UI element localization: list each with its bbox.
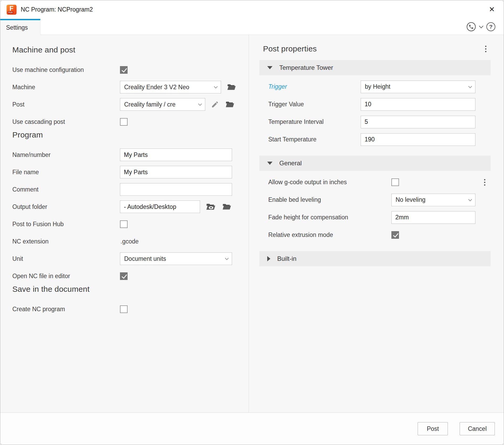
- kebab-icon: [484, 179, 485, 180]
- row-trigger: Trigger by Height: [268, 78, 475, 96]
- fade-height-input[interactable]: [391, 211, 475, 224]
- use-machine-configuration-label: Use machine configuration: [12, 66, 120, 73]
- trigger-select[interactable]: by Height: [361, 81, 475, 93]
- output-folder-input[interactable]: [120, 200, 200, 213]
- output-folder-label: Output folder: [12, 203, 120, 210]
- nc-program-dialog: F FUS NC Program: NCProgram2 ✕ Settings …: [0, 0, 504, 445]
- comment-label: Comment: [12, 186, 120, 193]
- post-select-value: Creality family / cre: [124, 101, 176, 108]
- row-output-folder: Output folder: [12, 198, 249, 215]
- post-properties-menu-button[interactable]: [483, 45, 489, 53]
- tab-settings[interactable]: Settings: [0, 19, 40, 35]
- row-post: Post Creality family / cre: [12, 96, 249, 113]
- comment-input[interactable]: [120, 183, 232, 196]
- post-browse-button[interactable]: [225, 100, 235, 109]
- output-folder-browse-button[interactable]: [222, 203, 232, 211]
- open-nc-file-checkbox[interactable]: [120, 272, 128, 280]
- expand-arrow-icon: [267, 256, 270, 261]
- row-nc-extension: NC extension .gcode: [12, 233, 249, 250]
- fusion-logo-letter: F: [9, 5, 13, 12]
- post-label: Post: [12, 101, 120, 108]
- folder-icon: [222, 203, 232, 210]
- row-enable-bed-leveling: Enable bed leveling No leveling: [268, 191, 475, 209]
- allow-gcode-inches-menu-button[interactable]: [482, 178, 487, 187]
- use-cascading-post-label: Use cascading post: [12, 118, 120, 125]
- relative-extrusion-checkbox[interactable]: [391, 231, 399, 239]
- collapse-arrow-icon: [267, 66, 272, 69]
- section-program: Program: [12, 130, 249, 139]
- name-number-label: Name/number: [12, 151, 120, 158]
- name-number-input[interactable]: [120, 149, 232, 161]
- row-create-nc-program: Create NC program: [12, 300, 249, 318]
- chevron-down-icon: [225, 256, 229, 260]
- enable-bed-leveling-value: No leveling: [396, 196, 426, 203]
- post-properties-title: Post properties: [263, 44, 317, 53]
- use-machine-configuration-checkbox[interactable]: [120, 66, 128, 74]
- group-title-general: General: [279, 160, 302, 167]
- phone-icon: [466, 22, 476, 31]
- post-to-fusion-hub-checkbox[interactable]: [120, 220, 128, 228]
- close-button[interactable]: ✕: [487, 5, 496, 14]
- dialog-footer: Post Cancel: [0, 412, 504, 445]
- chevron-down-icon: [468, 197, 472, 201]
- file-name-label: File name: [12, 169, 120, 176]
- chevron-down-icon: [479, 24, 484, 28]
- support-dropdown-button[interactable]: [479, 25, 483, 29]
- row-fade-height: Fade height for compensation: [268, 209, 475, 226]
- row-file-name: File name: [12, 163, 249, 181]
- unit-select[interactable]: Document units: [120, 252, 232, 265]
- allow-gcode-inches-label: Allow g-code output in inches: [268, 179, 391, 186]
- use-cascading-post-checkbox[interactable]: [120, 118, 128, 126]
- fusion-logo-icon: F FUS: [7, 5, 17, 15]
- open-output-folder-button[interactable]: [205, 202, 216, 211]
- create-nc-program-label: Create NC program: [12, 306, 120, 313]
- support-phone-button[interactable]: [466, 22, 476, 32]
- row-trigger-value: Trigger Value: [268, 96, 475, 113]
- temperature-interval-label: Temperature Interval: [268, 118, 361, 125]
- help-button[interactable]: ?: [486, 22, 496, 32]
- window-title: NC Program: NCProgram2: [21, 6, 93, 13]
- group-title-built-in: Built-in: [277, 255, 296, 262]
- machine-select[interactable]: Creality Ender 3 V2 Neo: [120, 81, 221, 93]
- row-machine: Machine Creality Ender 3 V2 Neo: [12, 78, 249, 96]
- group-header-built-in[interactable]: Built-in: [259, 251, 491, 266]
- nc-extension-label: NC extension: [12, 238, 120, 245]
- nc-extension-value: .gcode: [120, 238, 139, 245]
- temperature-interval-input[interactable]: [361, 116, 475, 128]
- row-unit: Unit Document units: [12, 250, 249, 267]
- folder-icon: [227, 83, 236, 91]
- machine-browse-button[interactable]: [226, 83, 237, 91]
- start-temperature-label: Start Temperature: [268, 136, 361, 143]
- row-temperature-interval: Temperature Interval: [268, 113, 475, 131]
- row-comment: Comment: [12, 181, 249, 198]
- tab-bar: Settings ?: [0, 19, 504, 35]
- cancel-button[interactable]: Cancel: [460, 422, 495, 435]
- start-temperature-input[interactable]: [361, 133, 475, 146]
- chevron-down-icon: [468, 84, 472, 88]
- group-body-general: Allow g-code output in inches Enable bed…: [259, 171, 491, 248]
- trigger-select-value: by Height: [365, 83, 390, 90]
- group-header-temperature-tower[interactable]: Temperature Tower: [259, 60, 491, 75]
- section-save-in-document: Save in the document: [12, 285, 249, 294]
- chevron-down-icon: [214, 85, 218, 88]
- folder-eye-icon: [206, 203, 216, 211]
- unit-label: Unit: [12, 255, 120, 262]
- create-nc-program-checkbox[interactable]: [120, 305, 128, 313]
- post-edit-button[interactable]: [211, 100, 219, 109]
- trigger-value-label: Trigger Value: [268, 101, 361, 108]
- enable-bed-leveling-select[interactable]: No leveling: [391, 194, 475, 206]
- kebab-icon: [485, 46, 486, 47]
- post-properties-panel: Post properties Temperature Tower Trigge…: [249, 35, 504, 412]
- open-nc-file-label: Open NC file in editor: [12, 273, 120, 280]
- post-select[interactable]: Creality family / cre: [120, 98, 205, 111]
- post-properties-header: Post properties: [263, 44, 489, 53]
- section-machine-and-post: Machine and post: [12, 45, 249, 54]
- post-button[interactable]: Post: [418, 422, 448, 435]
- allow-gcode-inches-checkbox[interactable]: [391, 178, 399, 186]
- unit-select-value: Document units: [124, 255, 166, 262]
- file-name-input[interactable]: [120, 166, 232, 178]
- group-header-general[interactable]: General: [259, 156, 491, 171]
- trigger-value-input[interactable]: [361, 98, 475, 111]
- tab-settings-label: Settings: [6, 24, 28, 31]
- row-use-machine-configuration: Use machine configuration: [12, 61, 249, 78]
